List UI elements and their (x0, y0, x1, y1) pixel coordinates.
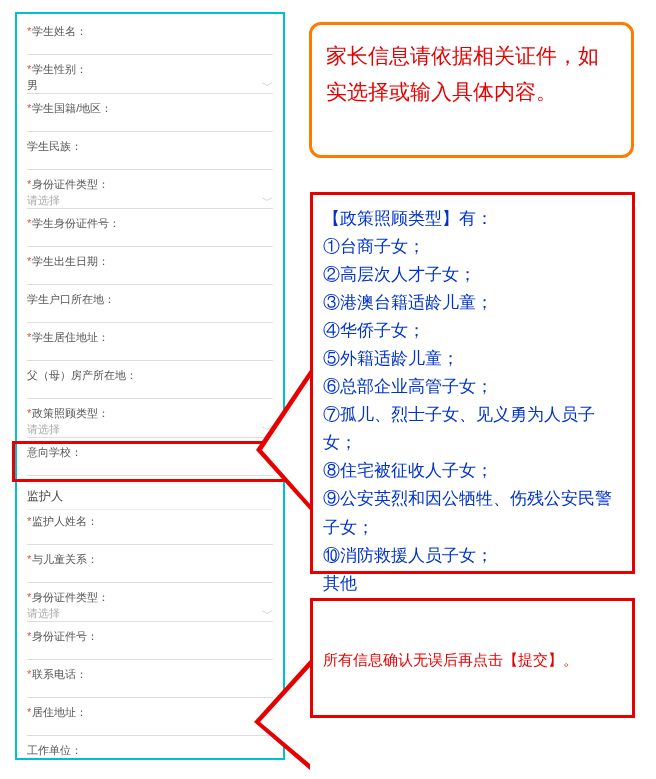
select-value: 请选择 (27, 606, 60, 621)
text-input[interactable] (27, 117, 273, 132)
guardian-field-4: *联系电话： (27, 667, 273, 698)
policy-item-3: ④华侨子女； (323, 317, 622, 345)
field-label: *身份证件类型： (27, 177, 273, 192)
select-input[interactable]: 男﹀ (27, 78, 273, 94)
required-star: * (27, 553, 31, 565)
text-input[interactable] (27, 232, 273, 247)
field-label: *学生性别： (27, 62, 273, 77)
field-label: 学生户口所在地： (27, 292, 273, 307)
text-input[interactable] (27, 461, 273, 476)
label-text: 身份证件类型： (32, 591, 109, 603)
label-text: 身份证件类型： (32, 178, 109, 190)
label-text: 与儿童关系： (32, 553, 98, 565)
guardian-field-3: *身份证件号： (27, 629, 273, 660)
label-text: 学生国籍/地区： (32, 102, 112, 114)
required-star: * (27, 668, 31, 680)
field-label: 父（母）房产所在地： (27, 368, 273, 383)
student-field-11: 意向学校： (27, 445, 273, 476)
label-text: 学生居住地址： (32, 331, 109, 343)
student-field-0: *学生姓名： (27, 24, 273, 55)
note-parent-info: 家长信息请依据相关证件，如实选择或输入具体内容。 (309, 22, 634, 158)
policy-item-8: ⑨公安英烈和因公牺牲、伤残公安民警子女； (323, 485, 622, 541)
text-input[interactable] (27, 721, 273, 736)
chevron-down-icon: ﹀ (262, 193, 273, 208)
policy-item-4: ⑤外籍适龄儿童； (323, 345, 622, 373)
required-star: * (27, 591, 31, 603)
policy-item-7: ⑧住宅被征收人子女； (323, 457, 622, 485)
policy-item-2: ③港澳台籍适龄儿童； (323, 289, 622, 317)
chevron-down-icon: ﹀ (262, 78, 273, 93)
label-text: 学生民族： (27, 140, 82, 152)
guardian-field-0: *监护人姓名： (27, 514, 273, 545)
select-value: 请选择 (27, 193, 60, 208)
label-text: 政策照顾类型： (32, 407, 109, 419)
select-input[interactable]: 请选择﹀ (27, 606, 273, 622)
text-input[interactable] (27, 683, 273, 698)
text-input[interactable] (27, 530, 273, 545)
text-input[interactable] (27, 759, 273, 760)
text-input[interactable] (27, 40, 273, 55)
student-field-10: *政策照顾类型：请选择﹀ (27, 406, 273, 438)
required-star: * (27, 515, 31, 527)
policy-item-1: ②高层次人才子女； (323, 261, 622, 289)
label-text: 居住地址： (32, 706, 87, 718)
field-label: *身份证件类型： (27, 590, 273, 605)
required-star: * (27, 217, 31, 229)
student-field-1: *学生性别：男﹀ (27, 62, 273, 94)
required-star: * (27, 407, 31, 419)
form-body: *学生姓名：*学生性别：男﹀*学生国籍/地区：学生民族：*身份证件类型：请选择﹀… (17, 14, 283, 760)
text-input[interactable] (27, 645, 273, 660)
label-text: 学生出生日期： (32, 255, 109, 267)
guardian-field-2: *身份证件类型：请选择﹀ (27, 590, 273, 622)
label-text: 意向学校： (27, 446, 82, 458)
label-text: 学生身份证件号： (32, 217, 120, 229)
student-field-8: *学生居住地址： (27, 330, 273, 361)
student-field-5: *学生身份证件号： (27, 216, 273, 247)
label-text: 联系电话： (32, 668, 87, 680)
required-star: * (27, 706, 31, 718)
field-label: *身份证件号： (27, 629, 273, 644)
callout-pointer-submit (254, 660, 310, 770)
required-star: * (27, 331, 31, 343)
text-input[interactable] (27, 270, 273, 285)
field-label: *与儿童关系： (27, 552, 273, 567)
guardian-section-header: 监护人 (27, 483, 273, 510)
registration-form-panel: *学生姓名：*学生性别：男﹀*学生国籍/地区：学生民族：*身份证件类型：请选择﹀… (15, 12, 285, 760)
text-input[interactable] (27, 384, 273, 399)
student-field-6: *学生出生日期： (27, 254, 273, 285)
select-value: 请选择 (27, 422, 60, 437)
label-text: 工作单位： (27, 744, 82, 756)
field-label: *学生国籍/地区： (27, 101, 273, 116)
label-text: 学生性别： (32, 63, 87, 75)
field-label: *政策照顾类型： (27, 406, 273, 421)
label-text: 身份证件号： (32, 630, 98, 642)
required-star: * (27, 25, 31, 37)
text-input[interactable] (27, 568, 273, 583)
required-star: * (27, 102, 31, 114)
field-label: *学生居住地址： (27, 330, 273, 345)
required-star: * (27, 178, 31, 190)
select-input[interactable]: 请选择﹀ (27, 422, 273, 438)
student-field-4: *身份证件类型：请选择﹀ (27, 177, 273, 209)
label-text: 父（母）房产所在地： (27, 369, 137, 381)
field-label: *学生姓名： (27, 24, 273, 39)
text-input[interactable] (27, 155, 273, 170)
policy-item-9: ⑩消防救援人员子女； (323, 542, 622, 570)
field-label: 工作单位： (27, 743, 273, 758)
policy-item-5: ⑥总部企业高管子女； (323, 373, 622, 401)
guardian-field-5: *居住地址： (27, 705, 273, 736)
text-input[interactable] (27, 346, 273, 361)
select-input[interactable]: 请选择﹀ (27, 193, 273, 209)
field-label: 学生民族： (27, 139, 273, 154)
callout-pointer-policy (256, 370, 310, 510)
text-input[interactable] (27, 308, 273, 323)
field-label: *学生出生日期： (27, 254, 273, 269)
select-value: 男 (27, 78, 38, 93)
field-label: *监护人姓名： (27, 514, 273, 529)
label-text: 学生姓名： (32, 25, 87, 37)
student-field-2: *学生国籍/地区： (27, 101, 273, 132)
chevron-down-icon: ﹀ (262, 606, 273, 621)
student-field-9: 父（母）房产所在地： (27, 368, 273, 399)
student-field-3: 学生民族： (27, 139, 273, 170)
guardian-field-1: *与儿童关系： (27, 552, 273, 583)
